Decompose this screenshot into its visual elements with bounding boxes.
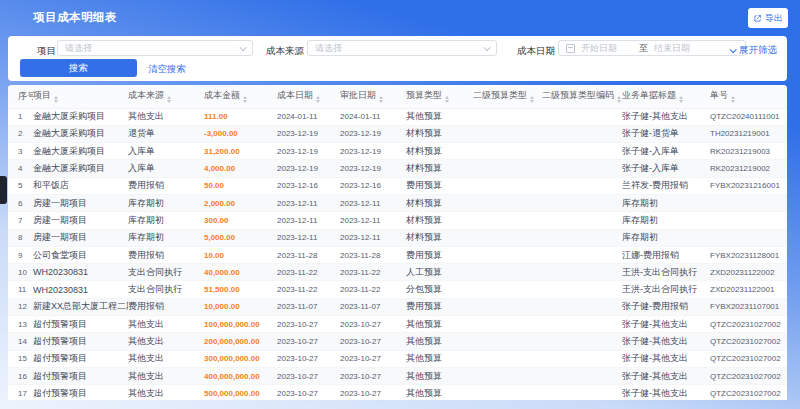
- sort-icon[interactable]: [617, 96, 621, 103]
- table-cell: ZXD20231122002: [710, 264, 787, 281]
- table-cell: 4: [8, 160, 33, 177]
- table-cell: 2023-12-11: [340, 229, 406, 246]
- table-cell: 新建XX总部大厦工程二期: [33, 298, 128, 315]
- table-cell: TH20231219001: [710, 125, 787, 142]
- table-cell: 和平饭店: [33, 177, 128, 194]
- table-cell: 2023-12-16: [340, 177, 406, 194]
- table-cell: 2023-12-11: [340, 194, 406, 211]
- sort-icon[interactable]: [379, 96, 383, 103]
- table-cell: 超付预警项目: [33, 316, 128, 333]
- table-cell: 张子健-入库单: [622, 143, 710, 160]
- table-cell: 金融大厦采购项目: [33, 160, 128, 177]
- table-cell: 13: [8, 316, 33, 333]
- column-label: 预算类型: [406, 90, 442, 100]
- table-cell: 2023-11-07: [277, 298, 340, 315]
- chevron-down-icon: [484, 44, 491, 51]
- table-cell: 2023-11-28: [340, 246, 406, 263]
- table-cell: 31,200.00: [204, 143, 277, 160]
- table-cell: 其他预算: [406, 350, 473, 367]
- table-cell: RK20231219002: [710, 160, 787, 177]
- table-cell: [473, 246, 542, 263]
- sort-icon[interactable]: [243, 96, 247, 103]
- table-cell: 超付预警项目: [33, 350, 128, 367]
- table-cell: 16: [8, 367, 33, 384]
- sort-icon[interactable]: [54, 96, 58, 103]
- table-cell: [542, 298, 622, 315]
- table-cell: 兰祥发-费用报销: [622, 177, 710, 194]
- table-cell: 300,000,000.00: [204, 350, 277, 367]
- table-cell: 入库单: [128, 160, 204, 177]
- page-title: 项目成本明细表: [33, 10, 117, 25]
- table-cell: [542, 385, 622, 400]
- column-header-9[interactable]: 二级预算类型编码: [542, 85, 622, 108]
- table-cell: [710, 194, 787, 211]
- sort-icon[interactable]: [731, 96, 735, 103]
- table-cell: 2023-12-19: [277, 125, 340, 142]
- expand-filters-link[interactable]: 展开筛选: [730, 44, 777, 57]
- table-cell: 2023-12-16: [277, 177, 340, 194]
- sort-icon[interactable]: [679, 96, 683, 103]
- table-row: 10WH20230831支出合同执行40,000.002023-11-22202…: [8, 264, 787, 281]
- table-cell: 材料预算: [406, 143, 473, 160]
- table-cell: [542, 246, 622, 263]
- column-header-10[interactable]: 业务单据标题: [622, 85, 710, 108]
- table-cell: 库存期初: [622, 212, 710, 229]
- side-drawer-handle[interactable]: [0, 176, 7, 204]
- table-cell: 500,000,000.00: [204, 385, 277, 400]
- sort-icon[interactable]: [167, 96, 171, 103]
- table-cell: 9: [8, 246, 33, 263]
- table-cell: 材料预算: [406, 229, 473, 246]
- column-header-11[interactable]: 单号: [710, 85, 787, 108]
- cost-source-select[interactable]: 请选择: [307, 40, 497, 56]
- table-cell: [473, 316, 542, 333]
- table-cell: 2023-12-11: [277, 194, 340, 211]
- table-row: 11WH20230831支出合同执行51,500.002023-11-22202…: [8, 281, 787, 298]
- table-cell: [542, 177, 622, 194]
- table-cell: WH20230831: [33, 264, 128, 281]
- table-cell: QTZC20240111001: [710, 108, 787, 125]
- column-header-2[interactable]: 项目: [33, 85, 128, 108]
- table-cell: 2023-12-19: [340, 125, 406, 142]
- table-cell: 14: [8, 333, 33, 350]
- sort-icon[interactable]: [530, 96, 534, 103]
- table-cell: 50.00: [204, 177, 277, 194]
- table-cell: 其他支出: [128, 367, 204, 384]
- table-cell: 4,000.00: [204, 160, 277, 177]
- cost-date-filter-label: 成本日期: [517, 45, 555, 58]
- cost-date-range-input[interactable]: 开始日期 至 结束日期: [558, 40, 746, 56]
- table-cell: 材料预算: [406, 125, 473, 142]
- sort-icon[interactable]: [445, 96, 449, 103]
- table-cell: 2,000.00: [204, 194, 277, 211]
- table-cell: 6: [8, 194, 33, 211]
- table-cell: [473, 264, 542, 281]
- table-cell: FYBX20231107001: [710, 298, 787, 315]
- table-cell: 2023-11-28: [277, 246, 340, 263]
- project-select-placeholder: 请选择: [65, 42, 240, 55]
- column-header-5[interactable]: 成本日期: [277, 85, 340, 108]
- table-cell: [542, 229, 622, 246]
- table-cell: [473, 333, 542, 350]
- expand-filters-label: 展开筛选: [739, 44, 777, 57]
- end-date-placeholder: 结束日期: [654, 42, 690, 55]
- table-row: 9公司食堂项目费用报销10.002023-11-282023-11-28费用预算…: [8, 246, 787, 263]
- column-header-8[interactable]: 二级预算类型: [473, 85, 542, 108]
- sort-icon[interactable]: [316, 96, 320, 103]
- column-header-6[interactable]: 审批日期: [340, 85, 406, 108]
- column-header-7[interactable]: 预算类型: [406, 85, 473, 108]
- export-button[interactable]: 导出: [748, 8, 788, 28]
- table-cell: [473, 350, 542, 367]
- column-header-3[interactable]: 成本来源: [128, 85, 204, 108]
- table-cell: [542, 367, 622, 384]
- clear-search-link[interactable]: 清空搜索: [148, 63, 186, 76]
- table-cell: 2024-01-11: [277, 108, 340, 125]
- column-header-1: 序号: [8, 85, 33, 108]
- table-cell: 3: [8, 143, 33, 160]
- column-header-4[interactable]: 成本金额: [204, 85, 277, 108]
- project-select[interactable]: 请选择: [57, 40, 253, 56]
- search-button[interactable]: 搜索: [20, 59, 137, 77]
- start-date-placeholder: 开始日期: [581, 42, 633, 55]
- table-cell: 2023-10-27: [277, 385, 340, 400]
- table-cell: 2023-12-19: [277, 160, 340, 177]
- table-cell: 王洪-支出合同执行: [622, 264, 710, 281]
- table-cell: WH20230831: [33, 281, 128, 298]
